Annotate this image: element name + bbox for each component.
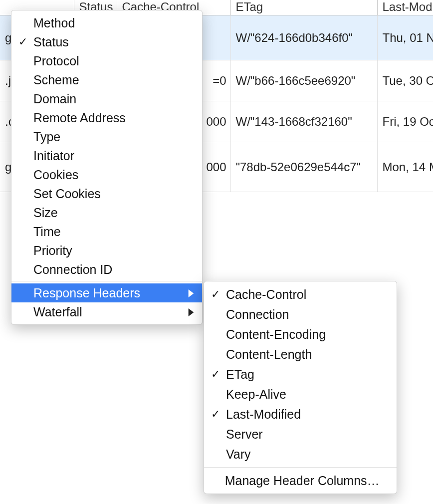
menu-item-label: Protocol: [33, 54, 184, 68]
menu-item-label: Set Cookies: [33, 187, 184, 201]
menu-item-label: Size: [33, 206, 184, 220]
cell-lastmod: Mon, 14 M: [377, 142, 433, 192]
submenu-item-content-length[interactable]: Content-Length: [204, 344, 397, 364]
menu-item-label: Waterfall: [33, 305, 184, 319]
col-last-modified[interactable]: Last-Mod: [377, 0, 433, 15]
menu-item-size[interactable]: Size: [11, 203, 202, 222]
menu-item-label: Remote Address: [33, 111, 184, 125]
menu-item-status[interactable]: ✓Status: [11, 32, 202, 51]
menu-item-label: Time: [33, 225, 184, 239]
menu-item-label: Manage Header Columns…: [225, 474, 380, 488]
submenu-item-keep-alive[interactable]: Keep-Alive: [204, 384, 397, 404]
menu-item-method[interactable]: Method: [11, 13, 202, 32]
menu-item-connection-id[interactable]: Connection ID: [11, 260, 202, 279]
cell-lastmod: Fri, 19 Oc: [377, 101, 433, 142]
menu-item-label: Content-Encoding: [226, 327, 379, 342]
menu-item-label: Priority: [33, 244, 184, 258]
submenu-item-vary[interactable]: Vary: [204, 444, 397, 464]
menu-item-remote-address[interactable]: Remote Address: [11, 108, 202, 127]
submenu-item-manage-header-columns[interactable]: Manage Header Columns…: [204, 471, 397, 491]
menu-item-set-cookies[interactable]: Set Cookies: [11, 184, 202, 203]
submenu-item-content-encoding[interactable]: Content-Encoding: [204, 324, 397, 344]
menu-item-label: Response Headers: [33, 286, 184, 300]
menu-item-label: Server: [226, 427, 379, 442]
cell-lastmod: Tue, 30 O: [377, 60, 433, 101]
checkmark-icon: ✓: [18, 35, 33, 48]
menu-item-label: Status: [33, 35, 184, 49]
menu-separator: [11, 281, 202, 281]
menu-item-label: Connection ID: [33, 262, 184, 277]
checkmark-icon: ✓: [211, 368, 226, 381]
menu-item-label: Cookies: [33, 168, 184, 182]
menu-item-label: Last-Modified: [226, 407, 379, 422]
menu-item-label: Cache-Control: [226, 287, 379, 302]
menu-item-response-headers[interactable]: Response Headers: [11, 283, 202, 302]
menu-item-label: Content-Length: [226, 347, 379, 362]
menu-item-label: Vary: [226, 447, 379, 462]
menu-item-scheme[interactable]: Scheme: [11, 70, 202, 89]
cell-lastmod: Thu, 01 N: [377, 15, 433, 60]
submenu-item-server[interactable]: Server: [204, 424, 397, 444]
menu-item-label: Keep-Alive: [226, 387, 379, 402]
submenu-item-etag[interactable]: ✓ETag: [204, 364, 397, 384]
submenu-item-connection[interactable]: Connection: [204, 304, 397, 324]
submenu-item-last-modified[interactable]: ✓Last-Modified: [204, 404, 397, 424]
menu-item-label: ETag: [226, 367, 379, 382]
menu-item-type[interactable]: Type: [11, 127, 202, 146]
submenu-arrow-icon: [184, 305, 194, 319]
menu-item-label: Scheme: [33, 73, 184, 87]
menu-item-label: Initiator: [33, 149, 184, 163]
menu-item-priority[interactable]: Priority: [11, 241, 202, 260]
response-headers-submenu[interactable]: ✓Cache-ControlConnectionContent-Encoding…: [204, 281, 397, 494]
cell-etag: "78db-52e0629e544c7": [230, 142, 377, 192]
submenu-item-cache-control[interactable]: ✓Cache-Control: [204, 284, 397, 304]
cell-etag: W/"b66-166c5ee6920": [230, 60, 377, 101]
submenu-separator: [204, 467, 397, 468]
menu-item-protocol[interactable]: Protocol: [11, 51, 202, 70]
cell-etag: W/"624-166d0b346f0": [230, 15, 377, 60]
menu-item-label: Connection: [226, 307, 379, 322]
submenu-arrow-icon: [184, 286, 194, 300]
menu-item-cookies[interactable]: Cookies: [11, 165, 202, 184]
col-etag[interactable]: ETag: [230, 0, 377, 15]
cell-etag: W/"143-1668cf32160": [230, 101, 377, 142]
checkmark-icon: ✓: [211, 288, 226, 301]
checkmark-icon: ✓: [211, 408, 226, 421]
menu-item-waterfall[interactable]: Waterfall: [11, 302, 202, 321]
menu-item-label: Type: [33, 130, 184, 144]
menu-item-label: Domain: [33, 92, 184, 106]
menu-item-domain[interactable]: Domain: [11, 89, 202, 108]
menu-item-label: Method: [33, 16, 184, 30]
column-context-menu[interactable]: Method✓StatusProtocolSchemeDomainRemote …: [11, 10, 203, 325]
menu-item-initiator[interactable]: Initiator: [11, 146, 202, 165]
menu-item-time[interactable]: Time: [11, 222, 202, 241]
